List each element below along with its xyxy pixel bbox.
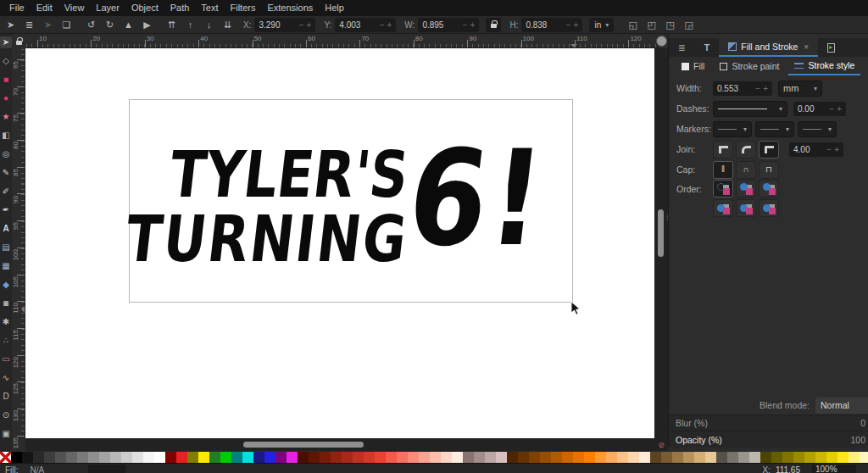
miter-limit-value[interactable]: 4.00 [793, 145, 824, 154]
palette-swatch[interactable] [342, 452, 353, 463]
vertical-scrollbar-thumb[interactable] [658, 209, 664, 257]
palette-swatch[interactable] [452, 452, 463, 463]
palette-swatch[interactable] [661, 452, 672, 463]
y-field-value[interactable]: 4.003 [339, 20, 376, 30]
select-all-button[interactable]: ➤ [3, 18, 18, 32]
close-icon[interactable]: × [804, 42, 809, 52]
palette-swatch[interactable] [11, 452, 22, 463]
menu-edit[interactable]: Edit [31, 0, 58, 16]
palette-swatch[interactable] [121, 452, 132, 463]
palette-swatch[interactable] [110, 452, 121, 463]
palette-swatch[interactable] [507, 452, 518, 463]
palette-swatch[interactable] [55, 452, 66, 463]
palette-swatch[interactable] [672, 452, 683, 463]
opacity-indicator-field[interactable] [88, 465, 125, 473]
palette-swatch[interactable] [187, 452, 198, 463]
ruler-lock-corner[interactable] [12, 34, 25, 48]
cap-butt-button[interactable]: ‖ [713, 161, 733, 179]
palette-swatch[interactable] [176, 452, 187, 463]
palette-swatch[interactable] [529, 452, 540, 463]
tool-rectangle[interactable]: ■ [0, 74, 12, 86]
cap-round-button[interactable]: ∩ [736, 161, 756, 179]
palette-swatch[interactable] [518, 452, 529, 463]
tool-selector[interactable]: ➤ [0, 36, 12, 48]
fill-indicator-value[interactable]: N/A [31, 464, 45, 473]
opacity-slider[interactable]: Opacity (%) 100 [669, 431, 868, 448]
palette-swatch[interactable] [264, 452, 275, 463]
tab-text[interactable]: T [695, 38, 719, 57]
palette-swatch[interactable] [837, 452, 849, 463]
marker-start-dropdown[interactable]: ▾ [713, 121, 752, 137]
palette-swatch[interactable] [88, 452, 99, 463]
scale-stroke-toggle-button[interactable]: ◱ [626, 18, 640, 32]
move-gradients-toggle-button[interactable]: ◳ [663, 18, 677, 32]
palette-swatch[interactable] [496, 452, 507, 463]
order-option-4-button[interactable] [713, 199, 733, 217]
subtab-stroke-style[interactable]: Stroke style [788, 57, 860, 75]
palette-swatch[interactable] [826, 452, 837, 463]
menu-path[interactable]: Path [164, 0, 196, 16]
palette-swatch[interactable] [617, 452, 628, 463]
tab-objects[interactable]: ≣ [669, 38, 695, 57]
miter-plus-button[interactable]: + [834, 145, 839, 154]
palette-swatch[interactable] [705, 452, 716, 463]
tool-spiral[interactable]: ◎ [0, 148, 12, 160]
h-field-value[interactable]: 0.838 [526, 20, 563, 30]
x-minus-button[interactable]: − [299, 20, 304, 30]
tool-ellipse[interactable]: ● [0, 92, 12, 104]
blend-mode-dropdown[interactable]: Normal [815, 398, 868, 414]
palette-swatch[interactable] [463, 452, 474, 463]
palette-swatch[interactable] [33, 452, 44, 463]
palette-swatch[interactable] [275, 452, 287, 463]
rotation-lock-icon[interactable]: ⊘ [654, 438, 668, 451]
y-field[interactable]: 4.003 − + [335, 18, 396, 32]
tool-star[interactable]: ★ [0, 111, 12, 123]
palette-swatch[interactable] [408, 452, 419, 463]
horizontal-scrollbar-thumb[interactable] [243, 442, 364, 448]
palette-swatch[interactable] [198, 452, 209, 463]
palette-swatch[interactable] [650, 452, 661, 463]
palette-swatch[interactable] [771, 452, 782, 463]
tool-calligraphy[interactable]: ✒ [0, 204, 12, 216]
palette-swatch[interactable] [353, 452, 364, 463]
artwork-text-number[interactable]: 6! [400, 121, 554, 275]
palette-swatch[interactable] [628, 452, 639, 463]
tool-gradient[interactable]: ▤ [0, 242, 12, 253]
lock-ratio-button[interactable] [486, 18, 501, 32]
palette-swatch[interactable] [231, 452, 242, 463]
w-plus-button[interactable]: + [470, 20, 476, 30]
palette-swatch[interactable] [132, 452, 143, 463]
palette-swatch[interactable] [540, 452, 551, 463]
palette-swatch[interactable] [309, 452, 320, 463]
dock-resize-handle[interactable]: ⁞ [666, 214, 667, 222]
palette-swatch[interactable] [595, 452, 606, 463]
join-miter-button[interactable] [713, 141, 733, 159]
palette-swatch[interactable] [375, 452, 386, 463]
horizontal-ruler[interactable]: 102030405060708090100110120 [25, 34, 658, 48]
palette-swatch[interactable] [782, 452, 793, 463]
palette-swatch[interactable] [143, 452, 154, 463]
palette-swatch[interactable] [441, 452, 452, 463]
blur-slider[interactable]: Blur (%) 0 [669, 415, 868, 431]
palette-swatch-none[interactable] [0, 452, 11, 463]
tool-page-tool[interactable]: D [0, 391, 12, 403]
x-field[interactable]: 3.290 − + [254, 18, 315, 32]
tool-tweak[interactable]: ✱ [0, 316, 12, 328]
zoom-field[interactable]: 100% [812, 465, 856, 473]
palette-swatch[interactable] [804, 452, 815, 463]
canvas[interactable]: TYLER'S TURNING 6! [25, 48, 654, 438]
join-bevel-button[interactable] [759, 141, 779, 159]
palette-swatch[interactable] [419, 452, 430, 463]
palette-swatch[interactable] [287, 452, 298, 463]
palette-swatch[interactable] [77, 452, 88, 463]
order-option-2-button[interactable] [736, 180, 756, 198]
tool-connector[interactable]: ∿ [0, 372, 12, 384]
palette-swatch[interactable] [44, 452, 55, 463]
menu-extensions[interactable]: Extensions [261, 0, 319, 16]
palette-swatch[interactable] [386, 452, 397, 463]
dash-offset-value[interactable]: 0.00 [798, 104, 826, 114]
palette-swatch[interactable] [474, 452, 485, 463]
palette-swatch[interactable] [242, 452, 253, 463]
y-plus-button[interactable]: + [387, 20, 392, 30]
menu-help[interactable]: Help [319, 0, 350, 16]
